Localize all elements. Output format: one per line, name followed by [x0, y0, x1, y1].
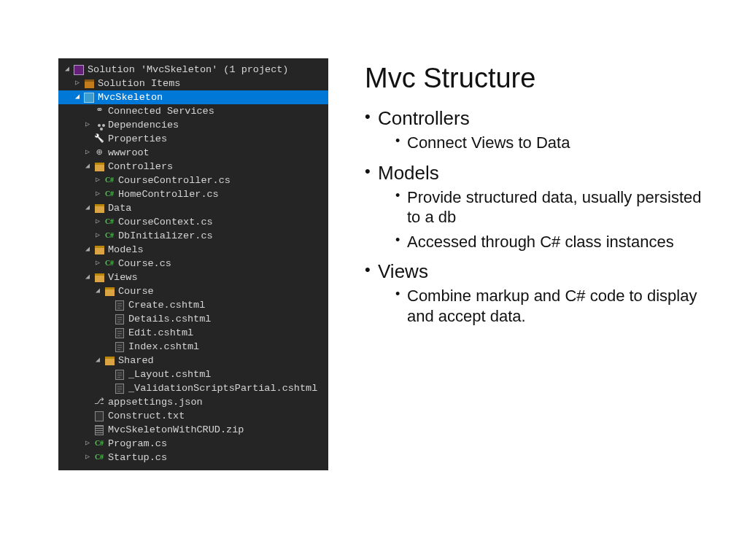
tree-item[interactable]: ▷DbInitializer.cs: [58, 229, 328, 243]
tree-item[interactable]: ◢Models: [58, 243, 328, 257]
tree-item[interactable]: _ValidationScriptsPartial.cshtml: [58, 381, 328, 395]
folder-icon: [93, 272, 105, 284]
expander-icon[interactable]: ▷: [93, 230, 102, 241]
expander-icon[interactable]: ◢: [83, 161, 92, 172]
sub-bullet-list: Connect Views to Data: [378, 133, 718, 153]
expander-icon[interactable]: ▷: [93, 217, 102, 228]
tree-item[interactable]: ▷wwwroot: [58, 146, 328, 160]
tree-item[interactable]: ◢Controllers: [58, 160, 328, 174]
tree-item[interactable]: Details.cshtml: [58, 312, 328, 326]
expander-icon[interactable]: ◢: [63, 64, 71, 75]
sub-bullet-item: Connect Views to Data: [378, 133, 718, 153]
deps-icon: [93, 120, 105, 131]
tree-item[interactable]: ▷HomeController.cs: [58, 187, 328, 201]
expander-icon[interactable]: ▷: [83, 147, 92, 158]
sub-bullet-item: Provide structured data, usually persist…: [378, 187, 718, 228]
tree-item[interactable]: ◢Data: [58, 201, 328, 215]
cs-icon: [104, 230, 115, 242]
tree-item-label: Course.cs: [118, 257, 171, 271]
tree-item[interactable]: _Layout.cshtml: [58, 368, 328, 381]
tree-item[interactable]: ▷Startup.cs: [58, 451, 328, 464]
tree-item[interactable]: ◢Solution 'MvcSkeleton' (1 project): [58, 63, 328, 77]
cshtml-icon: [114, 341, 125, 353]
slide: ◢Solution 'MvcSkeleton' (1 project)▷Solu…: [0, 0, 747, 499]
expander-icon[interactable]: ▷: [83, 120, 92, 131]
tree-item-label: Index.cshtml: [128, 340, 199, 354]
expander-icon[interactable]: ◢: [93, 286, 102, 297]
tree-item[interactable]: Properties: [58, 132, 328, 146]
tree-item-label: Startup.cs: [108, 451, 167, 465]
sub-bullet-list: Combine markup and C# code to display an…: [378, 286, 718, 326]
tree-item[interactable]: ▷CourseContext.cs: [58, 215, 328, 229]
tree-item-label: MvcSkeleton: [98, 90, 163, 105]
tree-item-label: HomeController.cs: [118, 187, 219, 202]
tree-item-label: Controllers: [108, 160, 173, 174]
tree-item[interactable]: ▷Course.cs: [58, 257, 328, 271]
cshtml-icon: [114, 300, 125, 311]
sln-icon: [73, 64, 85, 76]
tree-item[interactable]: Create.cshtml: [58, 298, 328, 312]
tree-item-label: CourseContext.cs: [118, 215, 213, 230]
bullet-label: Views: [378, 260, 428, 282]
tree-item[interactable]: appsettings.json: [58, 395, 328, 409]
tree-item-label: Solution 'MvcSkeleton' (1 project): [88, 63, 288, 77]
tree-item[interactable]: ▷Dependencies: [58, 118, 328, 132]
folder-icon: [104, 286, 115, 298]
folder-icon: [93, 203, 105, 214]
tree-item-label: Connected Services: [108, 104, 214, 119]
tree-item-label: Construct.txt: [108, 409, 185, 424]
tree-item-label: Properties: [108, 132, 167, 147]
zip-icon: [93, 424, 105, 436]
sub-bullet-item: Combine markup and C# code to display an…: [378, 286, 718, 326]
tree-item-label: Shared: [118, 354, 154, 368]
proj-icon: [83, 92, 95, 104]
expander-icon[interactable]: ▷: [93, 189, 102, 200]
expander-icon[interactable]: ◢: [83, 272, 92, 283]
expander-icon[interactable]: ▷: [83, 452, 92, 463]
cshtml-icon: [114, 314, 125, 325]
expander-icon[interactable]: ◢: [83, 244, 92, 255]
expander-icon[interactable]: ◢: [93, 355, 102, 366]
tree-item[interactable]: ◢MvcSkeleton: [58, 90, 328, 104]
tree-item[interactable]: ▷CourseController.cs: [58, 174, 328, 187]
tree-item-label: wwwroot: [108, 146, 150, 160]
expander-icon[interactable]: ◢: [73, 92, 82, 103]
tree-item-label: Edit.cshtml: [128, 326, 193, 341]
tree-item[interactable]: ◢Shared: [58, 354, 328, 368]
cs-icon: [104, 258, 115, 270]
sub-bullet-item: Accessed through C# class instances: [378, 232, 718, 252]
tree-item-label: _Layout.cshtml: [128, 368, 211, 382]
tree-item[interactable]: Index.cshtml: [58, 340, 328, 354]
tree-item-label: Data: [108, 201, 131, 216]
folder-icon: [93, 161, 105, 173]
cs-icon: [104, 175, 115, 187]
tree-item-label: _ValidationScriptsPartial.cshtml: [128, 381, 317, 396]
slide-title: Mvc Structure: [365, 63, 718, 94]
bullet-item: ControllersConnect Views to Data: [365, 107, 718, 153]
tree-item[interactable]: ◢Views: [58, 271, 328, 284]
bullet-list: ControllersConnect Views to DataModelsPr…: [365, 107, 718, 326]
cshtml-icon: [114, 369, 125, 381]
expander-icon[interactable]: ▷: [73, 78, 82, 89]
tree-item-label: Program.cs: [108, 437, 167, 451]
tree-item[interactable]: ▷Solution Items: [58, 77, 328, 90]
expander-icon[interactable]: ▷: [83, 438, 92, 449]
bullet-item: ViewsCombine markup and C# code to displ…: [365, 260, 718, 326]
tree-item[interactable]: Connected Services: [58, 104, 328, 118]
cs-icon: [104, 189, 115, 201]
tree-item-label: Models: [108, 243, 144, 257]
globe-icon: [93, 147, 105, 159]
expander-icon[interactable]: ▷: [93, 258, 102, 269]
tree-item[interactable]: Construct.txt: [58, 409, 328, 423]
tree-item[interactable]: ◢Course: [58, 284, 328, 298]
cs-icon: [93, 438, 105, 450]
txt-icon: [93, 411, 105, 422]
tree-item-label: Dependencies: [108, 118, 179, 133]
bullet-label: Models: [378, 162, 439, 184]
expander-icon[interactable]: ◢: [83, 203, 92, 214]
cshtml-icon: [114, 383, 125, 394]
tree-item[interactable]: ▷Program.cs: [58, 437, 328, 451]
tree-item[interactable]: Edit.cshtml: [58, 326, 328, 340]
tree-item[interactable]: MvcSkeletonWithCRUD.zip: [58, 423, 328, 437]
expander-icon[interactable]: ▷: [93, 175, 102, 186]
